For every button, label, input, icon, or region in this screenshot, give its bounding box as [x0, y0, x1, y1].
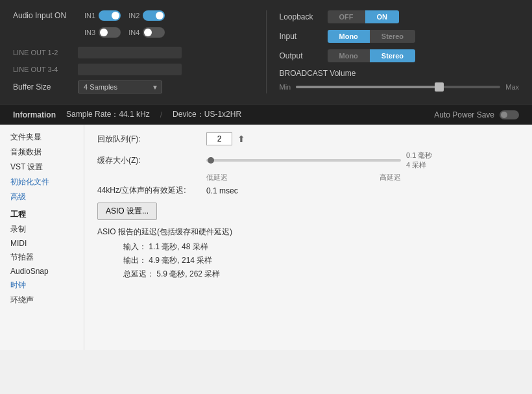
sample-rate-key: Sample Rate：: [66, 110, 119, 119]
playback-queue-label: 回放队列(F):: [97, 134, 201, 145]
left-section: Audio Input ON IN1 IN2 IN3: [13, 10, 253, 93]
asio-input-delay: 输入： 1.1 毫秒, 48 采样: [97, 241, 519, 252]
effective-delay-label: 44kHz/立体声的有效延迟:: [97, 185, 201, 196]
buffer-size-label: Buffer Size: [13, 82, 71, 92]
input-label: Input: [280, 32, 319, 41]
bottom-panel: 文件夹显 音频数据 VST 设置 初始化文件 高级 工程 录制 MIDI 节拍器…: [0, 125, 532, 350]
output-stereo-btn[interactable]: Stereo: [370, 49, 415, 62]
in1-label: IN1: [84, 12, 95, 19]
info-bar: Information Sample Rate：44.1 kHz / Devic…: [0, 104, 532, 125]
output-mono-btn[interactable]: Mono: [328, 49, 370, 62]
input-btn-group: Mono Stereo: [328, 30, 416, 43]
output-label: Output: [280, 51, 319, 60]
loopback-label: Loopback: [280, 12, 319, 21]
buffer-size-wrapper: 4 Samples 8 Samples 16 Samples 32 Sample…: [78, 80, 162, 93]
sample-rate-label: Sample Rate：44.1 kHz: [66, 109, 150, 120]
sidebar-item-project-header: 工程: [0, 207, 84, 222]
in1-toggle[interactable]: [99, 10, 121, 21]
sidebar-item-surround[interactable]: 环绕声: [0, 293, 84, 308]
input-mono-btn[interactable]: Mono: [328, 30, 370, 43]
info-divider: /: [160, 110, 162, 119]
in1-toggle-item: IN1: [84, 10, 121, 21]
device-key: Device：: [173, 110, 204, 119]
playback-queue-input[interactable]: [206, 132, 232, 145]
line-out-34-bar: [78, 64, 182, 75]
loopback-btn-group: OFF ON: [328, 10, 400, 23]
asio-settings-button[interactable]: ASIO 设置...: [97, 203, 157, 220]
auto-power-save-toggle[interactable]: [500, 110, 519, 119]
in4-toggle-item: IN4: [128, 27, 165, 38]
in2-toggle[interactable]: [143, 10, 165, 21]
sidebar-item-vst[interactable]: VST 设置: [0, 160, 84, 175]
volume-row: Min Max: [280, 83, 520, 91]
sidebar-item-midi[interactable]: MIDI: [0, 237, 84, 250]
vol-max-label: Max: [505, 83, 519, 91]
asio-output-delay: 输出： 4.9 毫秒, 214 采样: [97, 255, 519, 266]
audio-input-label: Audio Input ON: [13, 11, 71, 20]
audio-input-row: Audio Input ON IN1 IN2: [13, 10, 253, 21]
buffer-size-form-label: 缓存大小(Z):: [97, 155, 201, 166]
input-row: Input Mono Stereo: [280, 30, 520, 43]
buffer-latency-thumb[interactable]: [208, 157, 214, 164]
in3-toggle[interactable]: [99, 27, 121, 38]
sidebar-item-metronome[interactable]: 节拍器: [0, 250, 84, 265]
broadcast-volume-label: BROADCAST Volume: [280, 69, 520, 78]
in2-toggle-item: IN2: [128, 10, 165, 21]
sidebar-item-folder[interactable]: 文件夹显: [0, 130, 84, 145]
loopback-row: Loopback OFF ON: [280, 10, 520, 23]
main-content: 回放队列(F): ⬆ 缓存大小(Z): 0.1 毫秒 4 采样 低延迟 高延迟 …: [84, 125, 532, 350]
top-panel: Audio Input ON IN1 IN2 IN3: [0, 0, 532, 104]
buffer-slider-container: [206, 156, 401, 164]
effective-delay-value: 0.1 msec: [206, 186, 238, 195]
auto-power-save-label: Auto Power Save: [434, 110, 494, 119]
in2-label: IN2: [128, 12, 139, 19]
sidebar-item-clock[interactable]: 时钟: [0, 278, 84, 293]
in4-label: IN4: [128, 29, 139, 36]
sidebar-item-init-file[interactable]: 初始化文件: [0, 175, 84, 190]
loopback-on-btn[interactable]: ON: [365, 10, 400, 23]
line-out-34-label: LINE OUT 3-4: [13, 66, 71, 73]
volume-slider-fill: [296, 86, 439, 88]
line-out-12-row: LINE OUT 1-2: [13, 47, 253, 58]
output-btn-group: Mono Stereo: [328, 49, 416, 62]
in34-row: IN3 IN4: [84, 27, 253, 38]
sidebar-item-record[interactable]: 录制: [0, 222, 84, 237]
buffer-latency-slider[interactable]: [206, 159, 401, 162]
sidebar: 文件夹显 音频数据 VST 设置 初始化文件 高级 工程 录制 MIDI 节拍器…: [0, 125, 84, 350]
sidebar-item-audiosnap[interactable]: AudioSnap: [0, 265, 84, 278]
buffer-ms-value: 0.1 毫秒: [406, 151, 432, 160]
output-row: Output Mono Stereo: [280, 49, 520, 62]
sample-rate-value: 44.1 kHz: [119, 110, 149, 119]
buffer-samples-value: 4 采样: [406, 160, 426, 170]
buffer-right-values: 0.1 毫秒 4 采样: [406, 151, 432, 170]
buffer-slider-row: 缓存大小(Z): 0.1 毫秒 4 采样: [97, 151, 519, 170]
volume-slider-track[interactable]: [296, 86, 500, 88]
effective-delay-row: 44kHz/立体声的有效延迟: 0.1 msec: [97, 185, 519, 196]
line-out-12-label: LINE OUT 1-2: [13, 49, 71, 56]
high-latency-label: 高延迟: [380, 173, 401, 182]
info-left: Information Sample Rate：44.1 kHz / Devic…: [13, 109, 434, 120]
in1-in2-group: IN1 IN2: [84, 10, 165, 21]
in4-toggle[interactable]: [143, 27, 165, 38]
vol-min-label: Min: [280, 83, 291, 91]
input-stereo-btn[interactable]: Stereo: [370, 30, 415, 43]
in3-toggle-item: IN3: [84, 27, 121, 38]
sidebar-item-advanced[interactable]: 高级: [0, 190, 84, 204]
loopback-off-btn[interactable]: OFF: [328, 10, 365, 23]
volume-slider-thumb[interactable]: [435, 82, 444, 92]
buffer-size-select[interactable]: 4 Samples 8 Samples 16 Samples 32 Sample…: [78, 80, 162, 93]
info-title: Information: [13, 110, 56, 119]
asio-total-delay: 总延迟： 5.9 毫秒, 262 采样: [97, 269, 519, 280]
device-value: US-1x2HR: [204, 110, 241, 119]
in3-label: IN3: [84, 29, 95, 36]
low-latency-label: 低延迟: [206, 173, 228, 182]
playback-queue-spinner[interactable]: ⬆: [237, 134, 245, 144]
broadcast-section: BROADCAST Volume Min Max: [280, 69, 520, 91]
asio-report-label: ASIO 报告的延迟(包括缓存和硬件延迟): [97, 227, 519, 238]
sidebar-item-audio-data[interactable]: 音频数据: [0, 145, 84, 160]
playback-queue-row: 回放队列(F): ⬆: [97, 132, 519, 145]
line-out-34-row: LINE OUT 3-4: [13, 64, 253, 75]
line-out-12-bar: [78, 47, 182, 58]
device-label: Device：US-1x2HR: [173, 109, 241, 120]
right-section: Loopback OFF ON Input Mono Stereo Output…: [266, 10, 520, 93]
